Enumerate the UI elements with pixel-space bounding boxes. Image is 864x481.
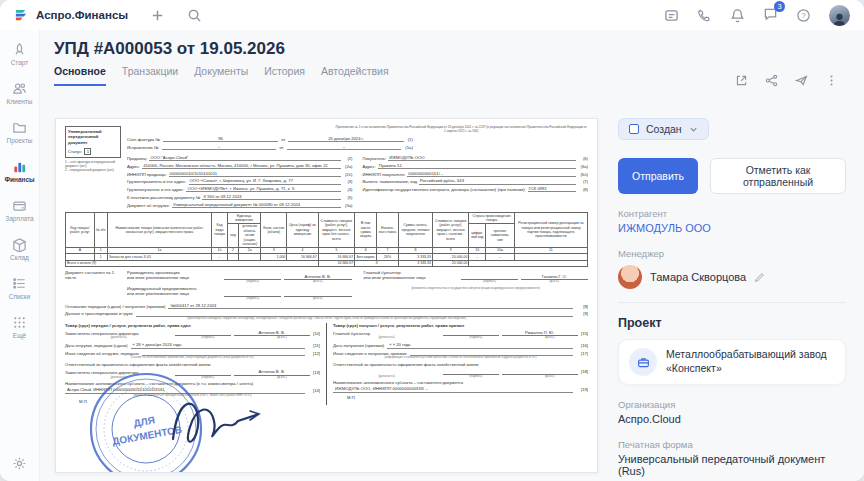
clients-icon bbox=[12, 81, 27, 96]
open-external-icon[interactable] bbox=[735, 74, 748, 87]
sidebar: Старт Клиенты Проекты Финансы Зарплата С… bbox=[0, 30, 40, 481]
doc-buyer-fields: Покупатель: ИЖМОДУЛЬ ООО (6) Адрес: Пушк… bbox=[363, 153, 589, 208]
sidebar-item-finance[interactable]: Финансы bbox=[0, 159, 40, 183]
sidebar-item-label: Проекты bbox=[6, 137, 32, 144]
project-name: Металлообрабатывающий завод «Конспект» bbox=[666, 348, 835, 375]
user-avatar[interactable] bbox=[829, 5, 850, 26]
doc-status-notes: 1 – счёт-фактура и передаточный документ… bbox=[65, 160, 121, 172]
tab-transactions[interactable]: Транзакции bbox=[122, 65, 178, 86]
page-title: УПД #A000053 от 19.05.2026 bbox=[40, 30, 864, 62]
salary-icon bbox=[12, 198, 27, 213]
doc-field: Валюта: наименование, код Российский руб… bbox=[363, 178, 589, 184]
sidebar-item-lists[interactable]: Списки bbox=[0, 276, 40, 300]
phone-icon[interactable] bbox=[697, 8, 712, 23]
doc-field: Адрес: 410000, Россия, Московская област… bbox=[127, 163, 353, 169]
doc-field: К платежно-расчетному документу № X 550 … bbox=[127, 194, 353, 200]
doc-status-label: Статус: bbox=[68, 149, 82, 154]
doc-accountant-sign: Главный бухгалтерили иное уполномоченное… bbox=[364, 270, 589, 300]
sidebar-item-label: Старт bbox=[11, 59, 29, 66]
add-icon[interactable] bbox=[150, 8, 165, 23]
sidebar-item-start[interactable]: Старт bbox=[0, 42, 40, 66]
sidebar-item-label: Списки bbox=[9, 293, 31, 300]
finance-icon bbox=[12, 159, 27, 174]
doc-field: Документ об отгрузке: Универсальный пере… bbox=[127, 202, 353, 208]
projects-icon bbox=[12, 120, 27, 135]
doc-items-table: Код товара/ работ, услуг № п/п Наименова… bbox=[65, 212, 588, 267]
sidebar-item-clients[interactable]: Клиенты bbox=[0, 81, 40, 105]
doc-field: Грузополучатель и его адрес: ООО «ИЖМОДУ… bbox=[127, 186, 353, 192]
sidebar-item-label: Ещё bbox=[13, 332, 26, 339]
doc-status-value: 1 bbox=[84, 148, 91, 155]
topbar: Аспро.Финансы 3 ? bbox=[0, 0, 864, 30]
doc-director-sign: Руководитель организацииили иное уполном… bbox=[127, 270, 352, 300]
doc-transport-caption: (транспортная накладная, поручение экспе… bbox=[65, 317, 588, 321]
sidebar-item-warehouse[interactable]: Склад bbox=[0, 237, 40, 261]
tab-autoactions[interactable]: Автодействия bbox=[321, 65, 389, 86]
divider bbox=[618, 302, 846, 303]
svg-text:ДЛЯ ДОКУМЕНТОВ: ДЛЯ ДОКУМЕНТОВ bbox=[109, 410, 183, 447]
send-button[interactable]: Отправить bbox=[618, 158, 698, 194]
sidebar-item-label: Склад bbox=[10, 254, 29, 261]
sidebar-item-more[interactable]: Ещё bbox=[0, 315, 40, 339]
grid-dots-icon bbox=[12, 315, 27, 330]
manager-name: Тамара Скворцова bbox=[650, 271, 746, 283]
manager-label: Менеджер bbox=[618, 248, 846, 259]
org-value: Аспро.Cloud bbox=[618, 413, 846, 425]
warehouse-icon bbox=[12, 237, 27, 252]
doc-composed-note: Документ составлен на 1 листе bbox=[65, 270, 121, 300]
doc-invoice-row: Счёт-фактура № 96 от 20 декабря 2024 г. … bbox=[127, 136, 413, 142]
chat-badge: 3 bbox=[774, 1, 785, 12]
status-checkbox-icon bbox=[629, 124, 639, 134]
sidebar-item-label: Зарплата bbox=[5, 215, 33, 222]
sidebar-item-projects[interactable]: Проекты bbox=[0, 120, 40, 144]
chevron-down-icon bbox=[689, 125, 698, 134]
project-card[interactable]: Металлообрабатывающий завод «Конспект» bbox=[618, 339, 846, 385]
doc-form-title-box: Универсальный передаточный документ Стат… bbox=[65, 126, 121, 158]
user-avatar-silhouette bbox=[831, 11, 848, 26]
doc-field: Адрес: Пушкина 51 (6а) bbox=[363, 163, 589, 169]
print-form-label: Печатная форма bbox=[618, 439, 846, 450]
settings-button[interactable] bbox=[0, 456, 40, 471]
sidebar-item-salary[interactable]: Зарплата bbox=[0, 198, 40, 222]
tab-main[interactable]: Основное bbox=[54, 65, 106, 86]
doc-table-totals-row: Всего к оплате (9) 16 666,67 X 3 333,33 … bbox=[66, 260, 588, 266]
doc-appendix-note: Приложение № 1 к постановлению Правитель… bbox=[334, 126, 588, 134]
app-logo-icon bbox=[14, 8, 29, 23]
upd-document: Универсальный передаточный документ Стат… bbox=[56, 119, 597, 412]
edit-pencil-icon[interactable] bbox=[754, 272, 765, 283]
mark-sent-button[interactable]: Отметить как отправленный bbox=[710, 158, 846, 194]
kebab-menu-icon[interactable] bbox=[825, 74, 838, 87]
status-dropdown[interactable]: Создан bbox=[618, 118, 709, 140]
print-form-value: Универсальный передаточный документ (Rus… bbox=[618, 453, 846, 477]
manager-avatar[interactable] bbox=[618, 265, 642, 289]
app-name: Аспро.Финансы bbox=[36, 9, 128, 21]
title-actions bbox=[735, 74, 838, 87]
document-preview[interactable]: Универсальный передаточный документ Стат… bbox=[55, 118, 598, 473]
tab-history[interactable]: История bbox=[264, 65, 305, 86]
bell-icon[interactable] bbox=[730, 8, 745, 23]
doc-field: ИНН/КПП покупателя: 0000000000101/ – (6б… bbox=[363, 171, 589, 177]
briefcase-icon bbox=[629, 348, 657, 376]
send-icon[interactable] bbox=[795, 74, 808, 87]
chat-button[interactable]: 3 bbox=[763, 6, 778, 25]
rocket-icon bbox=[12, 42, 27, 57]
share-icon[interactable] bbox=[765, 74, 778, 87]
sidebar-item-label: Финансы bbox=[4, 176, 34, 183]
doc-sig-right: Товар (груз) получил / услуги, результат… bbox=[326, 323, 588, 404]
doc-basis-row: Основание передачи (сдачи) / получения (… bbox=[65, 303, 588, 309]
doc-field: Продавец: ООО "Аспро.Cloud" (2) bbox=[127, 155, 353, 161]
doc-field: Грузоотправитель и его адрес: ООО «Сапка… bbox=[127, 178, 353, 184]
gear-icon bbox=[12, 456, 27, 471]
doc-field: Покупатель: ИЖМОДУЛЬ ООО (6) bbox=[363, 155, 589, 161]
notes-icon[interactable] bbox=[664, 8, 679, 23]
tab-documents[interactable]: Документы bbox=[194, 65, 248, 86]
main-content: УПД #A000053 от 19.05.2026 Основное Тран… bbox=[40, 30, 864, 481]
contractor-label: Контрагент bbox=[618, 208, 846, 219]
app-brand[interactable]: Аспро.Финансы bbox=[14, 8, 128, 23]
contractor-link[interactable]: ИЖМОДУЛЬ ООО bbox=[618, 222, 846, 234]
search-icon[interactable] bbox=[187, 8, 202, 23]
app-window: Аспро.Финансы 3 ? Старт Клиенты bbox=[0, 0, 864, 481]
handwritten-signature bbox=[173, 404, 259, 442]
help-icon[interactable]: ? bbox=[796, 8, 811, 23]
doc-field: ИНН/КПП продавца: 0000000010/1010101011 … bbox=[127, 171, 353, 177]
